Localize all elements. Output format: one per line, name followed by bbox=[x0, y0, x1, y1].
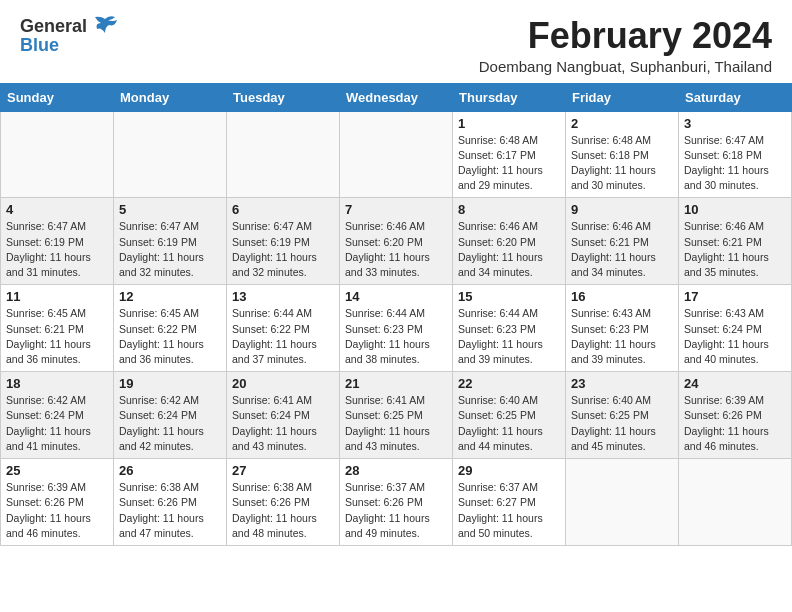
day-info: Sunrise: 6:44 AM Sunset: 6:22 PM Dayligh… bbox=[232, 306, 334, 367]
day-info: Sunrise: 6:40 AM Sunset: 6:25 PM Dayligh… bbox=[571, 393, 673, 454]
day-number: 6 bbox=[232, 202, 334, 217]
day-info: Sunrise: 6:39 AM Sunset: 6:26 PM Dayligh… bbox=[6, 480, 108, 541]
calendar-cell: 2Sunrise: 6:48 AM Sunset: 6:18 PM Daylig… bbox=[566, 111, 679, 198]
calendar-cell: 27Sunrise: 6:38 AM Sunset: 6:26 PM Dayli… bbox=[227, 459, 340, 546]
calendar-week-row: 4Sunrise: 6:47 AM Sunset: 6:19 PM Daylig… bbox=[1, 198, 792, 285]
calendar-cell: 7Sunrise: 6:46 AM Sunset: 6:20 PM Daylig… bbox=[340, 198, 453, 285]
day-number: 20 bbox=[232, 376, 334, 391]
day-number: 23 bbox=[571, 376, 673, 391]
day-info: Sunrise: 6:37 AM Sunset: 6:26 PM Dayligh… bbox=[345, 480, 447, 541]
main-title: February 2024 bbox=[479, 16, 772, 56]
calendar-cell: 20Sunrise: 6:41 AM Sunset: 6:24 PM Dayli… bbox=[227, 372, 340, 459]
title-block: February 2024 Doembang Nangbuat, Suphanb… bbox=[479, 16, 772, 75]
day-info: Sunrise: 6:41 AM Sunset: 6:25 PM Dayligh… bbox=[345, 393, 447, 454]
day-number: 17 bbox=[684, 289, 786, 304]
calendar-cell: 28Sunrise: 6:37 AM Sunset: 6:26 PM Dayli… bbox=[340, 459, 453, 546]
day-number: 22 bbox=[458, 376, 560, 391]
day-info: Sunrise: 6:39 AM Sunset: 6:26 PM Dayligh… bbox=[684, 393, 786, 454]
calendar-week-row: 11Sunrise: 6:45 AM Sunset: 6:21 PM Dayli… bbox=[1, 285, 792, 372]
subtitle: Doembang Nangbuat, Suphanburi, Thailand bbox=[479, 58, 772, 75]
calendar-cell: 11Sunrise: 6:45 AM Sunset: 6:21 PM Dayli… bbox=[1, 285, 114, 372]
day-info: Sunrise: 6:47 AM Sunset: 6:19 PM Dayligh… bbox=[6, 219, 108, 280]
day-info: Sunrise: 6:44 AM Sunset: 6:23 PM Dayligh… bbox=[345, 306, 447, 367]
day-number: 13 bbox=[232, 289, 334, 304]
day-info: Sunrise: 6:47 AM Sunset: 6:18 PM Dayligh… bbox=[684, 133, 786, 194]
col-friday: Friday bbox=[566, 83, 679, 111]
day-number: 24 bbox=[684, 376, 786, 391]
logo-blue-text: Blue bbox=[20, 35, 59, 56]
col-monday: Monday bbox=[114, 83, 227, 111]
calendar-cell bbox=[340, 111, 453, 198]
day-number: 29 bbox=[458, 463, 560, 478]
day-number: 26 bbox=[119, 463, 221, 478]
day-number: 4 bbox=[6, 202, 108, 217]
logo: General Blue bbox=[20, 16, 119, 56]
calendar-cell: 14Sunrise: 6:44 AM Sunset: 6:23 PM Dayli… bbox=[340, 285, 453, 372]
calendar-cell: 17Sunrise: 6:43 AM Sunset: 6:24 PM Dayli… bbox=[679, 285, 792, 372]
calendar-cell bbox=[227, 111, 340, 198]
calendar-cell: 12Sunrise: 6:45 AM Sunset: 6:22 PM Dayli… bbox=[114, 285, 227, 372]
logo-general-text: General bbox=[20, 16, 87, 37]
day-number: 1 bbox=[458, 116, 560, 131]
calendar-cell: 9Sunrise: 6:46 AM Sunset: 6:21 PM Daylig… bbox=[566, 198, 679, 285]
calendar-cell: 4Sunrise: 6:47 AM Sunset: 6:19 PM Daylig… bbox=[1, 198, 114, 285]
day-info: Sunrise: 6:40 AM Sunset: 6:25 PM Dayligh… bbox=[458, 393, 560, 454]
col-wednesday: Wednesday bbox=[340, 83, 453, 111]
day-number: 11 bbox=[6, 289, 108, 304]
day-number: 9 bbox=[571, 202, 673, 217]
day-number: 18 bbox=[6, 376, 108, 391]
day-number: 8 bbox=[458, 202, 560, 217]
calendar-cell: 10Sunrise: 6:46 AM Sunset: 6:21 PM Dayli… bbox=[679, 198, 792, 285]
col-tuesday: Tuesday bbox=[227, 83, 340, 111]
col-thursday: Thursday bbox=[453, 83, 566, 111]
day-info: Sunrise: 6:38 AM Sunset: 6:26 PM Dayligh… bbox=[119, 480, 221, 541]
day-info: Sunrise: 6:44 AM Sunset: 6:23 PM Dayligh… bbox=[458, 306, 560, 367]
calendar-cell bbox=[566, 459, 679, 546]
day-number: 27 bbox=[232, 463, 334, 478]
day-info: Sunrise: 6:46 AM Sunset: 6:20 PM Dayligh… bbox=[345, 219, 447, 280]
calendar-week-row: 18Sunrise: 6:42 AM Sunset: 6:24 PM Dayli… bbox=[1, 372, 792, 459]
day-info: Sunrise: 6:41 AM Sunset: 6:24 PM Dayligh… bbox=[232, 393, 334, 454]
calendar-cell: 25Sunrise: 6:39 AM Sunset: 6:26 PM Dayli… bbox=[1, 459, 114, 546]
day-info: Sunrise: 6:48 AM Sunset: 6:17 PM Dayligh… bbox=[458, 133, 560, 194]
calendar-cell: 21Sunrise: 6:41 AM Sunset: 6:25 PM Dayli… bbox=[340, 372, 453, 459]
calendar-cell: 8Sunrise: 6:46 AM Sunset: 6:20 PM Daylig… bbox=[453, 198, 566, 285]
calendar-cell: 6Sunrise: 6:47 AM Sunset: 6:19 PM Daylig… bbox=[227, 198, 340, 285]
calendar-cell: 23Sunrise: 6:40 AM Sunset: 6:25 PM Dayli… bbox=[566, 372, 679, 459]
day-info: Sunrise: 6:46 AM Sunset: 6:21 PM Dayligh… bbox=[684, 219, 786, 280]
day-info: Sunrise: 6:47 AM Sunset: 6:19 PM Dayligh… bbox=[232, 219, 334, 280]
col-saturday: Saturday bbox=[679, 83, 792, 111]
calendar-cell: 15Sunrise: 6:44 AM Sunset: 6:23 PM Dayli… bbox=[453, 285, 566, 372]
calendar-cell: 24Sunrise: 6:39 AM Sunset: 6:26 PM Dayli… bbox=[679, 372, 792, 459]
day-info: Sunrise: 6:45 AM Sunset: 6:21 PM Dayligh… bbox=[6, 306, 108, 367]
day-number: 21 bbox=[345, 376, 447, 391]
day-info: Sunrise: 6:47 AM Sunset: 6:19 PM Dayligh… bbox=[119, 219, 221, 280]
day-info: Sunrise: 6:42 AM Sunset: 6:24 PM Dayligh… bbox=[6, 393, 108, 454]
calendar-cell bbox=[679, 459, 792, 546]
day-number: 3 bbox=[684, 116, 786, 131]
calendar-cell: 18Sunrise: 6:42 AM Sunset: 6:24 PM Dayli… bbox=[1, 372, 114, 459]
calendar-cell: 1Sunrise: 6:48 AM Sunset: 6:17 PM Daylig… bbox=[453, 111, 566, 198]
calendar-cell: 26Sunrise: 6:38 AM Sunset: 6:26 PM Dayli… bbox=[114, 459, 227, 546]
page-header: General Blue February 2024 Doembang Nang… bbox=[0, 0, 792, 83]
day-number: 5 bbox=[119, 202, 221, 217]
day-info: Sunrise: 6:43 AM Sunset: 6:24 PM Dayligh… bbox=[684, 306, 786, 367]
calendar-cell: 19Sunrise: 6:42 AM Sunset: 6:24 PM Dayli… bbox=[114, 372, 227, 459]
day-info: Sunrise: 6:43 AM Sunset: 6:23 PM Dayligh… bbox=[571, 306, 673, 367]
calendar-cell: 22Sunrise: 6:40 AM Sunset: 6:25 PM Dayli… bbox=[453, 372, 566, 459]
day-number: 14 bbox=[345, 289, 447, 304]
calendar-cell: 29Sunrise: 6:37 AM Sunset: 6:27 PM Dayli… bbox=[453, 459, 566, 546]
day-number: 19 bbox=[119, 376, 221, 391]
day-info: Sunrise: 6:38 AM Sunset: 6:26 PM Dayligh… bbox=[232, 480, 334, 541]
logo-bird-icon bbox=[91, 15, 119, 37]
calendar-cell: 5Sunrise: 6:47 AM Sunset: 6:19 PM Daylig… bbox=[114, 198, 227, 285]
calendar-table: Sunday Monday Tuesday Wednesday Thursday… bbox=[0, 83, 792, 546]
day-info: Sunrise: 6:48 AM Sunset: 6:18 PM Dayligh… bbox=[571, 133, 673, 194]
calendar-cell: 16Sunrise: 6:43 AM Sunset: 6:23 PM Dayli… bbox=[566, 285, 679, 372]
day-info: Sunrise: 6:46 AM Sunset: 6:20 PM Dayligh… bbox=[458, 219, 560, 280]
calendar-cell bbox=[1, 111, 114, 198]
day-number: 2 bbox=[571, 116, 673, 131]
calendar-cell bbox=[114, 111, 227, 198]
day-number: 10 bbox=[684, 202, 786, 217]
day-info: Sunrise: 6:46 AM Sunset: 6:21 PM Dayligh… bbox=[571, 219, 673, 280]
